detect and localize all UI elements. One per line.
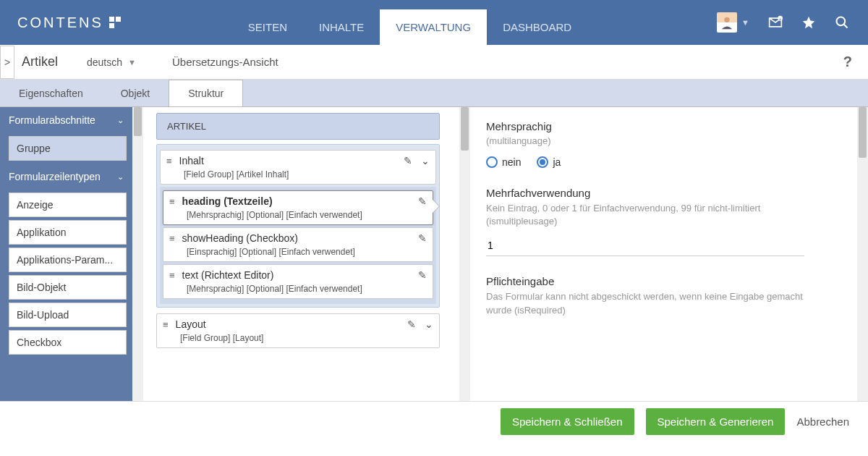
avatar-icon (717, 12, 737, 33)
footer-bar: Speichern & Schließen Speichern & Generi… (0, 401, 868, 442)
edit-icon[interactable]: ✎ (407, 318, 416, 330)
chevron-down-icon: ⌄ (117, 172, 124, 182)
top-bar: CONTENS SEITEN INHALTE VERWALTUNG DASHBO… (0, 0, 868, 45)
chevron-down-icon: ⌄ (117, 116, 124, 125)
label-pflichteingabe: Pflichteingabe (486, 275, 861, 287)
side-panel: Formularabschnitte⌄ Gruppe Formularzeile… (0, 107, 143, 401)
row-sub: [Mehrsprachig] [Optional] [Einfach verwe… (187, 284, 427, 294)
side-item-anzeige[interactable]: Anzeige (9, 193, 127, 217)
edit-icon[interactable]: ✎ (418, 269, 427, 281)
row-heading[interactable]: ≡ heading (Textzeile) ✎ [Mehrsprachig] [… (163, 190, 433, 225)
side-section-formularabschnitte[interactable]: Formularabschnitte⌄ (0, 107, 132, 133)
label-mehrsprachig: Mehrsprachig (486, 120, 861, 132)
row-title: Inhalt (179, 155, 404, 166)
edit-icon[interactable]: ✎ (418, 195, 427, 207)
sub-bar: > Artikel deutsch ▼ Übersetzungs-Ansicht… (0, 45, 868, 80)
artikel-header[interactable]: ARTIKEL (156, 113, 440, 140)
tech-multilanguage: (multilanguage) (486, 135, 861, 146)
cancel-button[interactable]: Abbrechen (796, 415, 849, 428)
translation-view-link[interactable]: Übersetzungs-Ansicht (172, 56, 278, 68)
svg-point-3 (837, 17, 846, 26)
row-sub: [Mehrsprachig] [Optional] [Einfach verwe… (187, 210, 427, 220)
desc-mehrfachverwendung: Kein Eintrag, 0 oder 1 für Einfachverwen… (486, 202, 819, 228)
center-scrollbar[interactable] (459, 107, 470, 401)
save-close-button[interactable]: Speichern & Schließen (501, 408, 634, 435)
nav-dashboard[interactable]: DASHBOARD (487, 9, 587, 45)
tab-eigenschaften[interactable]: Eigenschaften (0, 80, 102, 106)
radio-ja[interactable]: ja (537, 156, 561, 168)
sidebar-scrollbar[interactable] (132, 107, 143, 401)
row-title: heading (Textzeile) (182, 195, 418, 207)
nav-verwaltung[interactable]: VERWALTUNG (380, 9, 487, 45)
row-title: Layout (176, 318, 407, 330)
chevron-down-icon[interactable]: ▼ (128, 58, 136, 67)
right-scrollbar[interactable] (857, 107, 868, 401)
field-group-inhalt: ≡ Inhalt ✎⌄ [Field Group] [Artikel Inhal… (156, 144, 440, 308)
row-inhalt[interactable]: ≡ Inhalt ✎⌄ [Field Group] [Artikel Inhal… (160, 150, 436, 185)
side-section-formularzeilentypen[interactable]: Formularzeilentypen⌄ (0, 164, 132, 190)
label-mehrfachverwendung: Mehrfachverwendung (486, 187, 861, 199)
row-layout[interactable]: ≡ Layout ✎⌄ [Field Group] [Layout] (156, 313, 440, 348)
page-title: Artikel (22, 54, 58, 69)
radio-group-mehrsprachig: nein ja (486, 156, 861, 168)
row-title: showHeading (Checkbox) (182, 232, 418, 244)
properties-panel: Mehrsprachig (multilanguage) nein ja Meh… (470, 107, 868, 401)
search-icon[interactable] (835, 15, 849, 30)
drag-handle-icon[interactable]: ≡ (163, 320, 169, 329)
svg-line-4 (844, 25, 848, 28)
side-item-bild-upload[interactable]: Bild-Upload (9, 303, 127, 327)
tab-bar: Eigenschaften Objekt Struktur (0, 80, 868, 107)
mail-icon[interactable]: + (768, 15, 783, 30)
side-item-gruppe[interactable]: Gruppe (9, 136, 127, 161)
panel-toggle[interactable]: > (0, 46, 14, 79)
radio-nein[interactable]: nein (486, 156, 521, 168)
drag-handle-icon[interactable]: ≡ (169, 234, 175, 243)
input-ismultipleusage[interactable] (486, 235, 804, 256)
desc-pflichteingabe: Das Formular kann nicht abgeschickt werd… (486, 290, 819, 316)
tab-objekt[interactable]: Objekt (102, 80, 169, 106)
drag-handle-icon[interactable]: ≡ (166, 156, 172, 166)
side-item-checkbox[interactable]: Checkbox (9, 330, 127, 355)
side-item-applikation[interactable]: Applikation (9, 220, 127, 245)
brand: CONTENS (0, 14, 138, 31)
nav-inhalte[interactable]: INHALTE (303, 9, 380, 45)
top-nav: SEITEN INHALTE VERWALTUNG DASHBOARD (232, 0, 587, 45)
drag-handle-icon[interactable]: ≡ (169, 197, 175, 206)
nav-seiten[interactable]: SEITEN (232, 9, 303, 45)
edit-icon[interactable]: ✎ (418, 232, 427, 244)
side-item-bild-objekt[interactable]: Bild-Objekt (9, 275, 127, 300)
side-item-applikations-param[interactable]: Applikations-Param... (9, 248, 127, 272)
save-generate-button[interactable]: Speichern & Generieren (646, 408, 786, 435)
chevron-down-icon[interactable]: ⌄ (425, 318, 433, 330)
row-sub: [Field Group] [Layout] (180, 333, 433, 343)
star-icon[interactable] (801, 15, 816, 30)
lang-select[interactable]: deutsch (87, 56, 122, 68)
avatar-menu[interactable]: ▼ (717, 12, 749, 33)
row-sub: [Field Group] [Artikel Inhalt] (184, 169, 430, 180)
brand-icon (109, 17, 121, 28)
edit-icon[interactable]: ✎ (404, 155, 412, 166)
drag-handle-icon[interactable]: ≡ (169, 271, 175, 280)
chevron-down-icon[interactable]: ⌄ (421, 155, 430, 166)
row-text[interactable]: ≡ text (Richtext Editor) ✎ [Mehrsprachig… (163, 264, 433, 299)
row-title: text (Richtext Editor) (182, 269, 418, 281)
top-bar-right: ▼ + (717, 12, 868, 33)
help-icon[interactable]: ? (843, 54, 852, 70)
row-sub: [Einsprachig] [Optional] [Einfach verwen… (187, 247, 427, 257)
svg-point-0 (724, 17, 729, 22)
center-panel: ARTIKEL ≡ Inhalt ✎⌄ [Field Group] [Artik… (143, 107, 470, 401)
row-showheading[interactable]: ≡ showHeading (Checkbox) ✎ [Einsprachig]… (163, 227, 433, 262)
main-area: Formularabschnitte⌄ Gruppe Formularzeile… (0, 107, 868, 401)
svg-text:+: + (779, 17, 782, 21)
tab-struktur[interactable]: Struktur (169, 80, 243, 106)
